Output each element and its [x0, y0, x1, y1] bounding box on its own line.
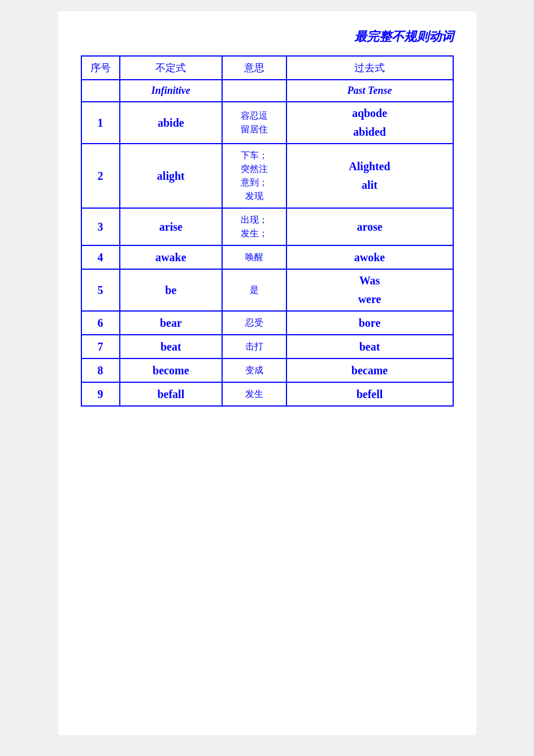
header-inf-cn: 不定式 [120, 56, 223, 80]
table-row: 2alight下车；突然注意到；发现Alightedalit [81, 144, 453, 208]
table-row: 1abide容忍逗留居住aqbodeabided [81, 102, 453, 144]
table-row: 9befall发生befell [81, 382, 453, 406]
row-word: beat [120, 335, 223, 358]
row-num: 7 [81, 335, 120, 358]
row-meaning: 发生 [222, 382, 286, 406]
row-num: 1 [81, 102, 120, 144]
row-word: be [120, 269, 223, 311]
row-past: befell [286, 382, 453, 406]
row-num: 6 [81, 311, 120, 335]
header-mean-cn: 意思 [222, 56, 286, 80]
verb-table: 序号 不定式 意思 过去式 Infinitive Past Tense 1abi… [81, 55, 454, 407]
header-num-en [81, 80, 120, 102]
row-meaning: 下车；突然注意到；发现 [222, 144, 286, 208]
row-meaning: 出现；发生； [222, 208, 286, 245]
row-meaning: 变成 [222, 358, 286, 382]
row-word: arise [120, 208, 223, 245]
page-title: 最完整不规则动词 [81, 28, 454, 45]
row-word: abide [120, 102, 223, 144]
header-past-en: Past Tense [286, 80, 453, 102]
row-past: aqbodeabided [286, 102, 453, 144]
header-mean-en [222, 80, 286, 102]
row-past: Waswere [286, 269, 453, 311]
table-row: 6bear忍受bore [81, 311, 453, 335]
header-row-cn: 序号 不定式 意思 过去式 [81, 56, 453, 80]
page: 最完整不规则动词 序号 不定式 意思 过去式 Infinitive Past T… [58, 11, 476, 735]
row-word: become [120, 358, 223, 382]
row-num: 5 [81, 269, 120, 311]
header-past-cn: 过去式 [286, 56, 453, 80]
row-past: beat [286, 335, 453, 358]
row-num: 4 [81, 245, 120, 269]
row-past: Alightedalit [286, 144, 453, 208]
header-num-cn: 序号 [81, 56, 120, 80]
table-row: 4awake唤醒awoke [81, 245, 453, 269]
table-row: 8become变成became [81, 358, 453, 382]
row-meaning: 忍受 [222, 311, 286, 335]
table-row: 7beat击打beat [81, 335, 453, 358]
row-num: 2 [81, 144, 120, 208]
row-word: alight [120, 144, 223, 208]
row-past: awoke [286, 245, 453, 269]
table-row: 5be是Waswere [81, 269, 453, 311]
row-num: 3 [81, 208, 120, 245]
row-word: bear [120, 311, 223, 335]
row-word: awake [120, 245, 223, 269]
row-meaning: 容忍逗留居住 [222, 102, 286, 144]
header-inf-en: Infinitive [120, 80, 223, 102]
row-num: 9 [81, 382, 120, 406]
table-row: 3arise出现；发生；arose [81, 208, 453, 245]
row-meaning: 是 [222, 269, 286, 311]
row-meaning: 唤醒 [222, 245, 286, 269]
row-word: befall [120, 382, 223, 406]
row-past: became [286, 358, 453, 382]
row-num: 8 [81, 358, 120, 382]
row-past: arose [286, 208, 453, 245]
row-past: bore [286, 311, 453, 335]
header-row-en: Infinitive Past Tense [81, 80, 453, 102]
row-meaning: 击打 [222, 335, 286, 358]
